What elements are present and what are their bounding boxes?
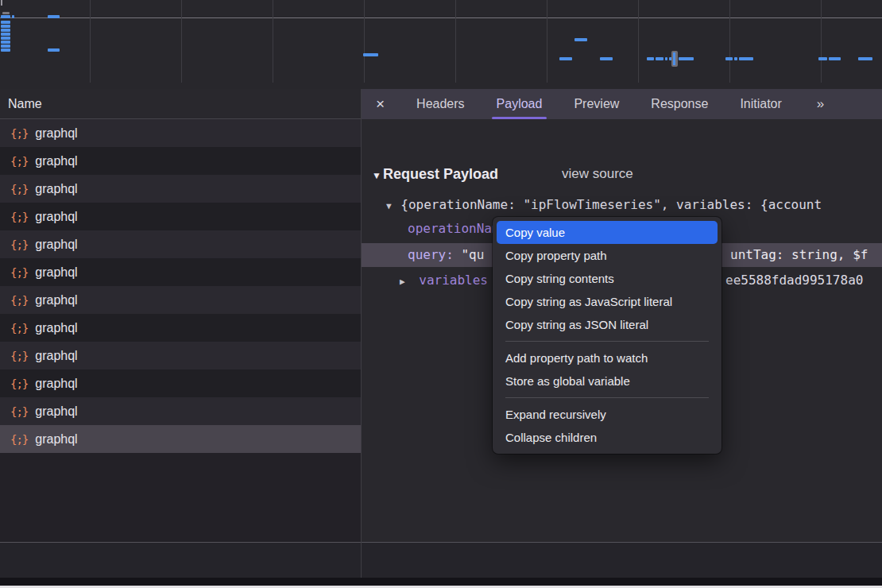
json-braces-icon: {;}: [10, 266, 28, 279]
request-row[interactable]: {;}graphql: [0, 258, 361, 286]
json-braces-icon: {;}: [10, 405, 28, 418]
tab-response[interactable]: Response: [651, 89, 708, 119]
request-row[interactable]: {;}graphql: [0, 286, 361, 314]
tab-initiator[interactable]: Initiator: [740, 89, 781, 119]
waterfall-bar: [12, 15, 14, 18]
request-name: graphql: [35, 265, 77, 280]
menu-item-store-as-global-variable[interactable]: Store as global variable: [493, 369, 721, 393]
menu-item-add-property-path-to-watch[interactable]: Add property path to watch: [493, 346, 721, 369]
request-payload-section[interactable]: ▼Request Payload: [372, 162, 498, 186]
request-name: graphql: [35, 321, 77, 335]
request-row[interactable]: {;}graphql: [0, 342, 361, 369]
request-row[interactable]: {;}graphql: [0, 175, 361, 203]
overview-gridline: [455, 0, 456, 83]
variables-caret-icon[interactable]: ▶: [400, 277, 405, 287]
overview-gridline: [638, 0, 639, 83]
waterfall-bar: [1, 33, 10, 36]
query-key: query:: [408, 247, 454, 262]
more-tabs-icon[interactable]: »: [817, 96, 822, 112]
overview-gridline: [90, 0, 91, 83]
waterfall-bar: [734, 57, 737, 60]
json-braces-icon: {;}: [10, 183, 28, 195]
json-braces-icon: {;}: [10, 238, 28, 251]
waterfall-bar: [559, 57, 572, 60]
payload-summary-row[interactable]: ▼ {operationName: "ipFlowTimeseries", va…: [386, 193, 822, 217]
waterfall-bar: [48, 15, 60, 18]
waterfall-bar: [574, 38, 587, 41]
ruler-tick: [1, 0, 2, 6]
waterfall-bar: [1, 21, 10, 24]
tab-preview[interactable]: Preview: [574, 89, 619, 119]
query-value-right: untTag: string, $f: [730, 243, 868, 267]
waterfall-bar: [1, 48, 10, 52]
overview-gridline: [273, 0, 273, 83]
menu-item-copy-value[interactable]: Copy value: [497, 221, 718, 244]
waterfall-bar: [1, 25, 10, 28]
network-overview-strip[interactable]: [0, 0, 882, 90]
waterfall-bar: [665, 57, 667, 60]
overview-lane-divider: [0, 17, 882, 18]
json-braces-icon: {;}: [10, 377, 28, 390]
tab-payload[interactable]: Payload: [497, 89, 543, 119]
request-name: graphql: [35, 293, 77, 308]
waterfall-bar: [725, 57, 733, 60]
request-name: graphql: [35, 182, 77, 196]
waterfall-bar: [647, 57, 654, 60]
waterfall-bar: [829, 57, 841, 60]
waterfall-bar: [656, 57, 663, 60]
request-name: graphql: [35, 349, 77, 363]
waterfall-bar: [818, 57, 827, 60]
panel-footer: [0, 542, 882, 578]
view-source-link[interactable]: view source: [562, 162, 633, 186]
name-column-header[interactable]: Name: [0, 89, 361, 119]
request-name: graphql: [35, 432, 77, 447]
variables-row[interactable]: ▶ variables: [400, 269, 488, 292]
request-name: graphql: [35, 238, 77, 252]
detail-tab-bar: × HeadersPayloadPreviewResponseInitiator…: [362, 89, 882, 119]
waterfall-bar: [1, 41, 10, 44]
overview-gridline: [547, 0, 547, 83]
overview-gridline: [729, 0, 730, 83]
menu-item-copy-string-contents[interactable]: Copy string contents: [493, 267, 721, 290]
menu-item-copy-property-path[interactable]: Copy property path: [493, 244, 721, 267]
request-row[interactable]: {;}graphql: [0, 147, 361, 175]
query-value-left: "qu: [461, 247, 484, 262]
section-title: Request Payload: [383, 166, 498, 182]
overview-gridline: [364, 0, 365, 83]
overview-selected-marker: [671, 51, 678, 67]
json-braces-icon: {;}: [10, 127, 28, 140]
json-braces-icon: {;}: [10, 155, 28, 168]
payload-summary-text: {operationName: "ipFlowTimeseries", vari…: [400, 197, 822, 212]
request-name: graphql: [35, 210, 77, 224]
menu-item-copy-string-as-json-literal[interactable]: Copy string as JSON literal: [493, 313, 721, 336]
footer-vertical-divider: [361, 542, 362, 578]
request-row[interactable]: {;}graphql: [0, 230, 361, 258]
request-row[interactable]: {;}graphql: [0, 203, 361, 230]
request-row[interactable]: {;}graphql: [0, 369, 361, 397]
json-braces-icon: {;}: [10, 350, 28, 362]
request-row[interactable]: {;}graphql: [0, 119, 361, 147]
expand-caret-icon[interactable]: ▼: [386, 201, 392, 211]
waterfall-bar: [858, 57, 872, 60]
menu-item-copy-string-as-javascript-literal[interactable]: Copy string as JavaScript literal: [493, 290, 721, 313]
menu-divider: [505, 397, 709, 398]
json-braces-icon: {;}: [10, 433, 28, 446]
request-row[interactable]: {;}graphql: [0, 425, 361, 453]
waterfall-bar: [1, 37, 10, 40]
request-list-panel: Name {;}graphql{;}graphql{;}graphql{;}gr…: [0, 89, 362, 542]
variables-value-right: ee5588fdad995178a0: [725, 269, 863, 292]
waterfall-bar: [48, 48, 60, 52]
waterfall-bar: [600, 57, 613, 60]
window-bottom-bar: [0, 578, 882, 586]
request-row[interactable]: {;}graphql: [0, 397, 361, 425]
waterfall-bar: [363, 53, 378, 56]
tab-headers[interactable]: Headers: [416, 89, 464, 119]
section-caret-icon[interactable]: ▼: [372, 170, 381, 181]
request-row[interactable]: {;}graphql: [0, 314, 361, 342]
waterfall-bar: [1, 44, 10, 48]
close-icon[interactable]: ×: [376, 95, 385, 113]
waterfall-bar: [679, 57, 694, 60]
json-braces-icon: {;}: [10, 322, 28, 335]
menu-item-expand-recursively[interactable]: Expand recursively: [493, 403, 721, 426]
menu-item-collapse-children[interactable]: Collapse children: [493, 426, 721, 449]
